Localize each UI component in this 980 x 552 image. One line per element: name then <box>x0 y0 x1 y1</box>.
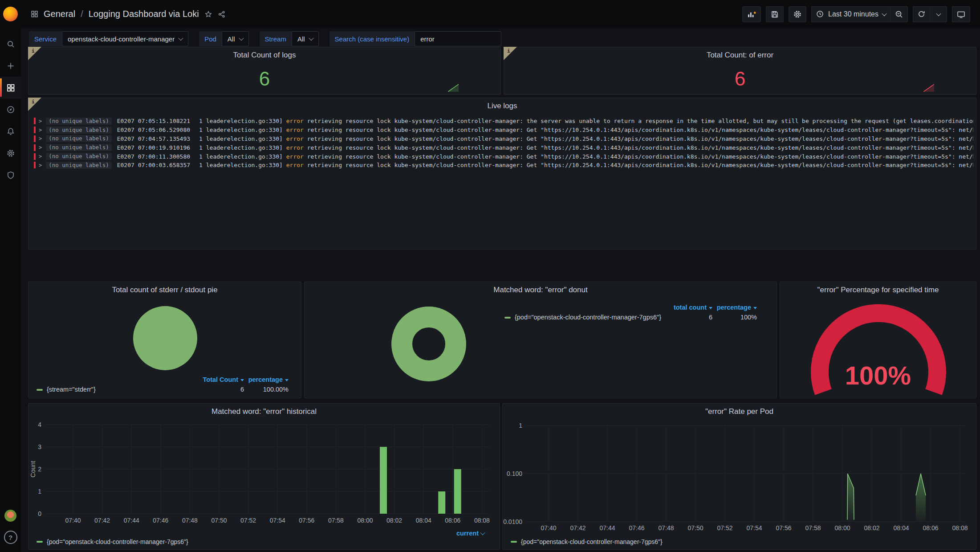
panel-info-corner-icon[interactable] <box>504 47 517 60</box>
log-timestamp: E0207 07:00:11.300580 <box>117 153 190 160</box>
donut-chart[interactable] <box>391 307 466 381</box>
series-color-dash <box>37 389 43 391</box>
legend-percentage-value: 100% <box>712 312 757 322</box>
highlighted-search-word: error <box>286 127 304 133</box>
gauge-value: 100% <box>780 360 976 390</box>
legend-total-count-value: 6 <box>661 312 712 322</box>
breadcrumb-section[interactable]: General <box>44 9 75 19</box>
pie-chart[interactable] <box>133 306 197 370</box>
sidebar-item-explore[interactable] <box>0 98 21 120</box>
svg-text:07:50: 07:50 <box>687 524 703 532</box>
service-filter-dropdown[interactable]: openstack-cloud-controller-manager <box>62 31 188 46</box>
panel-info-corner-icon[interactable] <box>28 47 41 60</box>
share-dashboard-button[interactable] <box>218 10 226 18</box>
log-labels-badge: (no unique labels) <box>46 127 111 134</box>
info-i: i <box>32 99 35 105</box>
pod-filter-dropdown[interactable]: All <box>222 31 249 46</box>
svg-text:07:44: 07:44 <box>124 517 139 524</box>
dashboard-settings-button[interactable] <box>789 6 806 22</box>
panel-title[interactable]: Total count of stderr / stdout pie <box>28 282 301 294</box>
grafana-logo[interactable] <box>3 7 18 21</box>
svg-text:07:54: 07:54 <box>746 524 762 532</box>
sort-caret-icon <box>240 379 244 381</box>
log-labels-badge: (no unique labels) <box>46 135 111 142</box>
legend-column-percentage[interactable]: percentage <box>244 375 289 384</box>
panel-title[interactable]: Total Count of logs <box>28 47 500 60</box>
bell-icon <box>6 127 15 136</box>
legend-series-label[interactable]: {pod="openstack-cloud-controller-manager… <box>504 312 661 322</box>
help-icon[interactable]: ? <box>4 531 17 544</box>
search-input[interactable]: error <box>415 31 501 46</box>
chevron-down-icon <box>936 11 941 16</box>
sidebar-item-configuration[interactable] <box>0 142 21 164</box>
panel-title[interactable]: Total Count: of error <box>504 47 976 60</box>
series-legend[interactable]: {pod="openstack-cloud-controller-manager… <box>37 538 188 545</box>
breadcrumb: General / Logging Dashboard via Loki <box>31 9 226 19</box>
filter-bar: Service openstack-cloud-controller-manag… <box>21 28 980 49</box>
kiosk-mode-button[interactable] <box>952 6 970 22</box>
user-avatar[interactable] <box>4 510 16 522</box>
log-message: 1 leaderelection.go:330] error retrievin… <box>199 162 973 168</box>
plus-icon <box>6 61 15 70</box>
panel-total-count-error: i Total Count: of error 6 <box>504 47 976 95</box>
star-dashboard-button[interactable] <box>204 10 212 18</box>
legend-column-total-count[interactable]: Total Count <box>191 375 244 384</box>
log-labels-badge: (no unique labels) <box>46 118 111 125</box>
sort-caret-icon <box>709 307 712 309</box>
svg-text:07:46: 07:46 <box>153 517 168 524</box>
log-row[interactable]: > (no unique labels) E0207 07:00:03.6583… <box>34 161 973 170</box>
sidebar-item-search[interactable] <box>0 33 21 55</box>
log-message: 1 leaderelection.go:330] error retrievin… <box>199 144 973 151</box>
expand-chevron-icon[interactable]: > <box>39 118 42 124</box>
zoom-out-button[interactable] <box>891 6 908 22</box>
svg-text:0.0100: 0.0100 <box>503 518 522 525</box>
legend-current-link[interactable]: current <box>456 530 484 537</box>
pod-filter-label: Pod <box>199 31 222 46</box>
log-timestamp: E0207 07:00:03.658357 <box>117 162 190 168</box>
log-message: 1 leaderelection.go:330] error retrievin… <box>199 127 973 133</box>
refresh-interval-dropdown[interactable] <box>930 6 947 22</box>
series-legend[interactable]: {pod="openstack-cloud-controller-manager… <box>511 538 663 545</box>
stream-filter-dropdown[interactable]: All <box>292 31 319 46</box>
sidebar-item-server-admin[interactable] <box>0 164 21 186</box>
sidebar-item-create[interactable] <box>0 55 21 77</box>
log-row[interactable]: > (no unique labels) E0207 07:05:06.5290… <box>34 126 973 135</box>
svg-text:0.100: 0.100 <box>507 470 522 477</box>
legend-series-label[interactable]: {stream="stderr"} <box>37 384 191 394</box>
legend-column-total-count[interactable]: total count <box>661 303 712 312</box>
series-color-dash <box>511 541 517 543</box>
expand-chevron-icon[interactable]: > <box>39 127 42 133</box>
expand-chevron-icon[interactable]: > <box>39 144 42 151</box>
log-row[interactable]: > (no unique labels) E0207 07:04:57.1354… <box>34 135 973 143</box>
series-color-dash <box>37 541 43 543</box>
page-title[interactable]: Logging Dashboard via Loki <box>89 9 199 19</box>
log-row[interactable]: > (no unique labels) E0207 07:05:15.1082… <box>34 117 973 126</box>
refresh-button[interactable] <box>913 6 930 22</box>
bar-chart[interactable]: 07:4007:4207:4407:4607:4807:5007:5207:54… <box>28 404 500 550</box>
expand-chevron-icon[interactable]: > <box>39 153 42 159</box>
log-row[interactable]: > (no unique labels) E0207 07:00:19.9101… <box>34 143 973 152</box>
time-range-picker[interactable]: Last 30 minutes <box>811 6 891 22</box>
tv-icon <box>956 10 966 19</box>
svg-text:08:02: 08:02 <box>386 517 402 524</box>
panel-error-donut: Matched word: "error" donut total count … <box>304 282 777 398</box>
svg-text:07:40: 07:40 <box>65 517 81 524</box>
sidebar-item-dashboards[interactable] <box>0 77 21 98</box>
expand-chevron-icon[interactable]: > <box>39 162 42 168</box>
log-row[interactable]: > (no unique labels) E0207 07:00:11.3005… <box>34 152 973 161</box>
stat-sparkline <box>923 84 934 92</box>
info-i: i <box>507 48 510 54</box>
area-chart[interactable]: 07:4007:4207:4407:4607:4807:5007:5207:54… <box>503 404 977 550</box>
panel-live-logs: i Live logs > (no unique labels) E0207 0… <box>28 98 976 249</box>
panel-title[interactable]: Matched word: "error" donut <box>305 282 777 294</box>
save-dashboard-button[interactable] <box>766 6 784 22</box>
legend-column-percentage[interactable]: percentage <box>712 303 757 312</box>
dashboard-toolbar: Last 30 minutes <box>742 6 970 22</box>
panel-info-corner-icon[interactable] <box>28 98 41 111</box>
sidebar-item-alerting[interactable] <box>0 120 21 142</box>
panel-title[interactable]: Live logs <box>28 98 976 110</box>
expand-chevron-icon[interactable]: > <box>39 135 42 142</box>
search-input-value: error <box>420 35 435 43</box>
svg-text:1: 1 <box>519 422 522 429</box>
add-panel-button[interactable] <box>742 6 761 22</box>
